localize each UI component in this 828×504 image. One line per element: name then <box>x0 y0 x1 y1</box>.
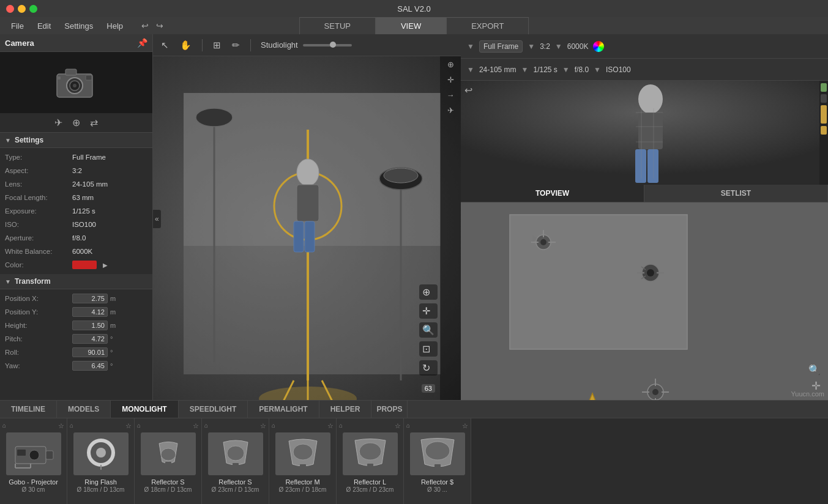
strip-item-gobo[interactable]: ⌂ ☆ Gobo - Projector Ø 30 cm <box>0 418 67 504</box>
settings-section-header[interactable]: ▼ Settings <box>0 133 152 148</box>
edge-btn-3[interactable] <box>821 105 827 124</box>
redo-button[interactable]: ↪ <box>154 20 166 32</box>
star-icon-7[interactable]: ☆ <box>462 422 468 430</box>
star-icon-2[interactable]: ☆ <box>125 422 132 430</box>
menu-file[interactable]: File <box>5 19 30 33</box>
rotate-icon[interactable]: ↻ <box>419 360 438 376</box>
tab-topview[interactable]: TOPVIEW <box>461 185 644 202</box>
prop-posx-label: Position X: <box>5 295 72 302</box>
fit-icon[interactable]: ⊡ <box>419 341 438 357</box>
compass-icon[interactable]: ⊕ <box>419 284 438 300</box>
strip-item-refl-s1-header: ⌂ ☆ <box>137 422 199 430</box>
vp-tool-icon-3[interactable]: → <box>447 91 455 100</box>
prop-roll-unit: ° <box>110 349 113 356</box>
vp-tool-icon-4[interactable]: ✈ <box>447 106 454 115</box>
svg-point-4 <box>73 84 76 87</box>
star-icon-3[interactable]: ☆ <box>193 422 199 430</box>
star-icon-6[interactable]: ☆ <box>395 422 401 430</box>
strip-item-refl-s1[interactable]: ⌂ ☆ Reflector S Ø 18cm / D 13cm <box>135 418 202 504</box>
chevron-left-icon: « <box>155 215 159 223</box>
ratio-dropdown-arrow[interactable]: ▼ <box>555 42 562 51</box>
tab-props[interactable]: PROPS <box>371 401 408 418</box>
undo-button[interactable]: ↩ <box>139 20 151 32</box>
ap-dropdown[interactable]: ▼ <box>594 65 601 74</box>
tab-export[interactable]: EXPORT <box>446 17 529 34</box>
close-button[interactable] <box>6 5 14 13</box>
maximize-button[interactable] <box>29 5 37 13</box>
lens2-dropdown2[interactable]: ▼ <box>521 65 529 74</box>
strip-item-refl-l[interactable]: ⌂ ☆ Reflector L Ø 23cm / D 23cm <box>337 418 404 504</box>
tab-timeline[interactable]: TIMELINE <box>0 401 57 418</box>
vp-tool-icon-2[interactable]: ✛ <box>447 75 454 84</box>
edge-btn-1[interactable] <box>821 83 827 92</box>
camera-ctrl-1[interactable]: ✈ <box>54 117 62 128</box>
vp-tool-icon-1[interactable]: ⊕ <box>447 60 454 69</box>
select-tool[interactable]: ↖ <box>158 38 172 53</box>
tab-permalight[interactable]: PERMALIGHT <box>248 401 319 418</box>
strip-item-ring[interactable]: ⌂ ☆ Ring Flash Ø 18cm / D 13cm <box>67 418 135 504</box>
prop-pitch: Pitch: ° <box>5 332 147 346</box>
tab-helper[interactable]: HELPER <box>319 401 372 418</box>
home-icon-6: ⌂ <box>339 422 343 430</box>
camera-title: Camera <box>5 39 34 48</box>
camera-ctrl-3[interactable]: ⇄ <box>90 117 98 128</box>
pen-tool[interactable]: ✏ <box>229 38 243 53</box>
minimize-button[interactable] <box>18 5 26 13</box>
tab-setlist[interactable]: SETLIST <box>644 185 828 202</box>
transform-section-header[interactable]: ▼ Transform <box>0 274 152 289</box>
color-swatch[interactable] <box>72 261 97 269</box>
strip-item-refl-s2[interactable]: ⌂ ☆ Reflector S Ø 23cm / D 13cm <box>202 418 269 504</box>
prop-yaw-input[interactable] <box>72 361 108 371</box>
pin-icon[interactable]: 📌 <box>137 38 147 48</box>
prop-roll-input[interactable] <box>72 347 108 357</box>
prop-posy-input[interactable] <box>72 307 108 317</box>
strip-item-refl-m[interactable]: ⌂ ☆ Reflector M Ø 23cm / D 18cm <box>269 418 337 504</box>
color-arrow-icon[interactable]: ▶ <box>103 262 108 269</box>
star-icon-5[interactable]: ☆ <box>327 422 334 430</box>
studiolight-slider[interactable] <box>303 44 352 46</box>
tab-models[interactable]: MODELS <box>57 401 111 418</box>
edge-btn-4[interactable] <box>821 126 827 135</box>
topview-canvas[interactable]: Yuucn.com ✛ 🔍 <box>461 202 828 400</box>
prop-pitch-input[interactable] <box>72 334 108 344</box>
window-controls[interactable] <box>6 5 37 13</box>
star-icon-4[interactable]: ☆ <box>260 422 266 430</box>
menu-settings[interactable]: Settings <box>58 19 99 33</box>
prop-posx-input[interactable] <box>72 294 108 303</box>
svg-point-77 <box>425 442 450 460</box>
collapse-left-button[interactable]: « <box>153 210 161 228</box>
prop-posy-unit: m <box>110 308 116 316</box>
move-icon[interactable]: ✛ <box>419 303 438 319</box>
grid-tool[interactable]: ⊞ <box>210 38 224 53</box>
tab-setup[interactable]: SETUP <box>299 17 376 34</box>
prop-focal-label: Focal Length: <box>5 194 72 201</box>
prop-type: Type: Full Frame <box>5 150 147 164</box>
camera-dropdown-arrow[interactable]: ▼ <box>467 42 474 51</box>
lens2-dropdown-arrow[interactable]: ▼ <box>467 65 474 74</box>
prop-posx-unit: m <box>110 295 116 302</box>
viewport-canvas[interactable]: ⊕ ✛ → ✈ ⊕ ✛ 🔍 ⊡ ↻ 63 « <box>153 56 461 400</box>
prop-pos-x: Position X: m <box>5 292 147 305</box>
tab-monolight[interactable]: MONOLIGHT <box>111 401 178 418</box>
topview-nav-button[interactable]: ✛ <box>811 379 821 393</box>
menu-edit[interactable]: Edit <box>31 19 57 33</box>
tab-view[interactable]: VIEW <box>376 17 446 34</box>
frame-dropdown-arrow[interactable]: ▼ <box>528 42 535 51</box>
prop-height-input[interactable] <box>72 321 108 330</box>
prop-exposure-label: Exposure: <box>5 207 72 215</box>
frame-select[interactable]: Full Frame <box>479 40 523 53</box>
zoom-icon[interactable]: 🔍 <box>419 322 438 338</box>
move-tool[interactable]: ✋ <box>177 38 195 53</box>
preview-back-button[interactable]: ↩ <box>464 84 472 96</box>
menu-help[interactable]: Help <box>100 19 129 33</box>
exp-dropdown[interactable]: ▼ <box>562 65 570 74</box>
tab-speedlight[interactable]: SPEEDLIGHT <box>179 401 248 418</box>
camera-ctrl-2[interactable]: ⊕ <box>72 117 80 128</box>
strip-item-refl-xl[interactable]: ⌂ ☆ Reflector $ Ø 30 ... <box>404 418 471 504</box>
edge-btn-2[interactable] <box>821 94 827 103</box>
prop-aperture: Aperture: f/8.0 <box>5 231 147 245</box>
toolbar-separator-2 <box>250 39 251 51</box>
color-wheel[interactable] <box>593 41 604 52</box>
star-icon-1[interactable]: ☆ <box>58 422 64 430</box>
topview-search-button[interactable]: 🔍 <box>808 364 821 376</box>
